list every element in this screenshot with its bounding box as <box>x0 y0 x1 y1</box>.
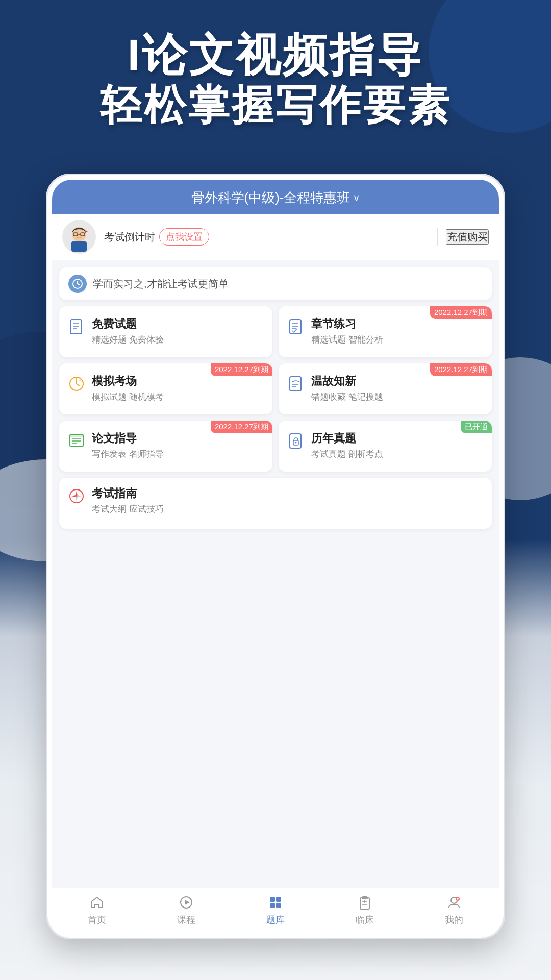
card-free-questions[interactable]: 免费试题 精选好题 免费体验 <box>59 306 272 357</box>
mock-exam-badge: 2022.12.27到期 <box>211 363 272 376</box>
svg-rect-39 <box>270 903 275 908</box>
card-mock-subtitle: 模拟试题 随机模考 <box>92 391 164 403</box>
user-info-bar: 考试倒计时 点我设置 充值购买 <box>52 214 499 260</box>
nav-item-course[interactable]: 课程 <box>166 893 207 926</box>
svg-rect-40 <box>276 903 281 908</box>
quote-bar: 学而实习之,才能让考试更简单 <box>59 267 492 300</box>
svg-line-8 <box>78 284 80 285</box>
card-past-exams[interactable]: 已开通 历年真题 考试真题 剖析考点 <box>279 421 492 472</box>
svg-rect-37 <box>270 897 275 902</box>
countdown-set-button[interactable]: 点我设置 <box>159 228 209 246</box>
recharge-button[interactable]: 充值购买 <box>446 229 489 245</box>
grid-icon <box>266 893 285 912</box>
svg-marker-36 <box>185 900 190 905</box>
document2-blue-icon <box>286 316 306 337</box>
card-chapter-title: 章节练习 <box>311 316 383 332</box>
svg-rect-38 <box>276 897 281 902</box>
nav-label-questions: 题库 <box>266 914 285 926</box>
card-past-subtitle: 考试真题 剖析考点 <box>311 448 383 460</box>
card-review-title: 温故知新 <box>311 374 383 389</box>
home-icon <box>88 893 106 912</box>
clipboard-icon <box>356 893 374 912</box>
card-paper-subtitle: 写作发表 名师指导 <box>92 448 164 460</box>
app-screen: 骨外科学(中级)-全程特惠班 ∨ <box>52 180 499 933</box>
nav-item-clinical[interactable]: 临床 <box>344 893 385 926</box>
hero-title-line1: I论文视频指导 <box>0 31 551 80</box>
chevron-down-icon[interactable]: ∨ <box>353 192 360 204</box>
clock-icon <box>68 275 87 293</box>
scroll-area: 学而实习之,才能让考试更简单 <box>52 260 499 888</box>
nav-item-questions[interactable]: 题库 <box>255 893 296 926</box>
avatar-img <box>62 220 96 254</box>
document3-blue-icon <box>286 374 306 394</box>
hero-section: I论文视频指导 轻松掌握写作要素 <box>0 31 551 130</box>
compass-red-icon <box>66 486 87 506</box>
svg-rect-22 <box>290 377 301 391</box>
countdown-label: 考试倒计时 <box>104 230 155 244</box>
card-exam-guide-subtitle: 考试大纲 应试技巧 <box>92 503 164 515</box>
paper-guide-badge: 2022.12.27到期 <box>211 421 272 433</box>
divider <box>437 228 438 246</box>
svg-line-19 <box>77 384 80 386</box>
card-chapter-subtitle: 精选试题 智能分析 <box>311 334 383 346</box>
card-chapter-practice[interactable]: 2022.12.27到期 章节练习 <box>279 306 492 357</box>
app-header: 骨外科学(中级)-全程特惠班 ∨ <box>52 180 499 214</box>
bottom-nav: 首页 课程 <box>52 888 499 933</box>
svg-line-21 <box>80 380 81 381</box>
card-paper-guide[interactable]: 2022.12.27到期 论文指导 <box>59 421 272 472</box>
user-icon <box>445 893 463 912</box>
nav-item-home[interactable]: 首页 <box>77 893 117 926</box>
card-free-questions-title: 免费试题 <box>92 316 164 332</box>
hero-title-line2: 轻松掌握写作要素 <box>0 80 551 130</box>
cards-grid: 免费试题 精选好题 免费体验 2022.12.27到期 <box>59 306 492 472</box>
svg-rect-13 <box>290 320 301 334</box>
card-review-subtitle: 错题收藏 笔记搜题 <box>311 391 383 403</box>
card-mock-title: 模拟考场 <box>92 374 164 389</box>
nav-label-mine: 我的 <box>445 914 463 926</box>
play-icon <box>177 893 195 912</box>
single-card-area: 考试指南 考试大纲 应试技巧 <box>59 478 492 529</box>
card-mock-exam[interactable]: 2022.12.27到期 模拟考场 <box>59 363 272 414</box>
svg-rect-29 <box>69 435 84 437</box>
card-paper-title: 论文指导 <box>92 431 164 446</box>
card-exam-guide[interactable]: 考试指南 考试大纲 应试技巧 <box>59 478 492 529</box>
svg-rect-1 <box>71 241 87 252</box>
nav-item-mine[interactable]: 我的 <box>434 893 474 926</box>
card-past-title: 历年真题 <box>311 431 383 446</box>
app-header-title: 骨外科学(中级)-全程特惠班 <box>191 189 350 207</box>
svg-rect-30 <box>290 434 301 448</box>
review-badge: 2022.12.27到期 <box>430 363 492 376</box>
quote-text: 学而实习之,才能让考试更简单 <box>93 277 229 291</box>
past-exams-badge: 已开通 <box>461 421 492 433</box>
nav-label-clinical: 临床 <box>356 914 374 926</box>
svg-point-32 <box>295 442 297 444</box>
document-blue-icon <box>66 316 87 337</box>
svg-rect-9 <box>70 320 82 334</box>
card-free-questions-subtitle: 精选好题 免费体验 <box>92 334 164 346</box>
nav-label-course: 课程 <box>177 914 195 926</box>
clock-orange-icon <box>66 374 87 394</box>
countdown-section: 考试倒计时 点我设置 <box>104 228 429 246</box>
card-exam-guide-title: 考试指南 <box>92 486 164 501</box>
avatar <box>62 220 96 254</box>
chapter-practice-badge: 2022.12.27到期 <box>430 306 492 319</box>
device-mockup: 骨外科学(中级)-全程特惠班 ∨ <box>46 174 505 939</box>
nav-label-home: 首页 <box>88 914 106 926</box>
document-locked-icon <box>286 431 306 451</box>
document-green-icon <box>66 431 87 451</box>
card-review[interactable]: 2022.12.27到期 温故知新 错题收藏 笔 <box>279 363 492 414</box>
